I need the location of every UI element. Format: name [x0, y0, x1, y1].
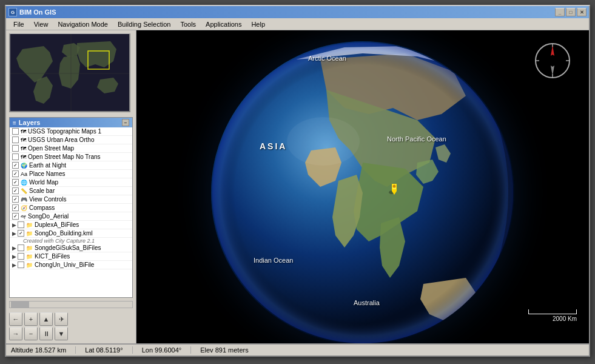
layer-osm[interactable]: 🗺 Open Street Map — [10, 144, 132, 153]
nav-controls: ← + ▲ ✈ → − ⏸ ▼ — [9, 312, 133, 340]
maximize-button[interactable]: □ — [566, 8, 576, 16]
menu-help[interactable]: Help — [246, 19, 270, 29]
layer-sub-city-capture: Created with City Capture 2.1 — [10, 238, 132, 244]
fly-to-button[interactable]: ✈ — [55, 312, 68, 326]
layers-title: Layers — [19, 119, 40, 126]
mini-map — [9, 33, 130, 112]
layers-minimize-button[interactable]: − — [122, 119, 129, 126]
globe-viewport[interactable]: Arctic Ocean ASIA North Pacific Ocean In… — [136, 30, 589, 343]
tilt-down-button[interactable]: ▼ — [55, 327, 68, 340]
pan-left-button[interactable]: ← — [9, 312, 22, 326]
zoom-in-button[interactable]: + — [24, 312, 38, 326]
layer-checkbox-scale-bar[interactable]: ✓ — [12, 187, 19, 194]
layer-checkbox-duplexA[interactable] — [18, 221, 24, 228]
menu-bar: File View Navigation Mode Building Selec… — [6, 18, 589, 30]
layer-checkbox-usgs-topo[interactable] — [12, 128, 19, 135]
zoom-out-button[interactable]: − — [24, 327, 38, 340]
pan-right-button[interactable]: → — [9, 327, 22, 340]
layers-header: ≡ Layers − — [10, 118, 132, 127]
layers-icon: ≡ — [13, 120, 16, 126]
layer-checkbox-chongun-univ[interactable] — [18, 261, 24, 268]
layer-usgs-urban[interactable]: 🗺 USGS Urban Area Ortho — [10, 136, 132, 144]
menu-file[interactable]: File — [8, 19, 29, 29]
window-title: BIM On GIS — [19, 8, 56, 16]
layer-usgs-topo[interactable]: 🗺 USGS Topographic Maps 1 — [10, 127, 132, 136]
layer-checkbox-earth-night[interactable]: ✓ — [12, 162, 19, 169]
status-lat: Lat 08.5119° — [85, 346, 133, 354]
nav-row-1: ← + ▲ ✈ — [9, 312, 68, 326]
layer-place-names[interactable]: ✓ Aa Place Names — [10, 170, 132, 178]
left-panel: ≡ Layers − 🗺 USGS Topographic Maps 1 🗺 U… — [6, 30, 136, 343]
layer-scale-bar[interactable]: ✓ 📏 Scale bar — [10, 187, 132, 195]
menu-tools[interactable]: Tools — [175, 19, 201, 29]
scale-bar-line — [528, 309, 577, 314]
layer-checkbox-songdo-building[interactable]: ✓ — [18, 230, 24, 237]
svg-point-6 — [212, 42, 513, 343]
app-window: G BIM On GIS _ □ ✕ File View Navigation … — [5, 5, 590, 357]
menu-view[interactable]: View — [29, 19, 53, 29]
status-bar: Altitude 18.527 km Lat 08.5119° Lon 99.6… — [6, 343, 589, 356]
globe[interactable]: Arctic Ocean ASIA North Pacific Ocean In… — [211, 41, 514, 343]
layer-checkbox-usgs-urban[interactable] — [12, 136, 19, 143]
menu-navigation-mode[interactable]: Navigation Mode — [53, 19, 113, 29]
layer-checkbox-view-controls[interactable]: ✓ — [12, 196, 19, 203]
layer-world-map[interactable]: ✓ 🌐 World Map — [10, 178, 132, 187]
app-icon: G — [8, 8, 17, 16]
close-button[interactable]: ✕ — [577, 8, 587, 16]
compass — [534, 42, 571, 79]
layer-checkbox-songde-gisuksa[interactable] — [18, 244, 24, 251]
nav-row-2: → − ⏸ ▼ — [9, 327, 68, 340]
layer-checkbox-kict[interactable] — [18, 253, 24, 260]
menu-applications[interactable]: Applications — [201, 19, 246, 29]
panel-scrollbar[interactable] — [9, 301, 133, 308]
layer-duplexA[interactable]: ▶ 📁 DuplexA_BiFiles — [10, 221, 132, 229]
layer-songdo-aerial[interactable]: ✓ 🛩 SongDo_Aerial — [10, 212, 132, 221]
layer-checkbox-compass[interactable]: ✓ — [12, 204, 19, 211]
layer-songde-gisuksa[interactable]: ▶ 📁 SongdeGiSukSa_BiFiles — [10, 244, 132, 252]
layer-checkbox-place-names[interactable]: ✓ — [12, 170, 19, 177]
pause-button[interactable]: ⏸ — [39, 327, 53, 340]
status-lon: Lon 99.6004° — [142, 346, 192, 354]
svg-point-7 — [287, 117, 360, 166]
menu-building-selection[interactable]: Building Selection — [113, 19, 175, 29]
layer-compass[interactable]: ✓ 🧭 Compass — [10, 204, 132, 212]
scale-bar: 2000 Km — [528, 309, 577, 322]
status-elev: Elev 891 meters — [200, 346, 257, 354]
main-content: ≡ Layers − 🗺 USGS Topographic Maps 1 🗺 U… — [6, 30, 589, 343]
layer-kict[interactable]: ▶ 📁 KICT_BiFiles — [10, 252, 132, 261]
tilt-up-button[interactable]: ▲ — [39, 312, 53, 326]
layer-checkbox-osm-notrans[interactable] — [12, 153, 19, 160]
layers-panel: ≡ Layers − 🗺 USGS Topographic Maps 1 🗺 U… — [9, 117, 133, 298]
layer-earth-night[interactable]: ✓ 🌍 Earth at Night — [10, 161, 132, 170]
layer-songdo-building[interactable]: ▶ ✓ 📁 SongDo_Building.kml — [10, 229, 132, 238]
title-controls: _ □ ✕ — [555, 8, 587, 16]
layer-view-controls[interactable]: ✓ 🎮 View Controls — [10, 195, 132, 204]
layer-checkbox-songdo-aerial[interactable]: ✓ — [12, 213, 19, 220]
title-bar: G BIM On GIS _ □ ✕ — [6, 6, 589, 18]
layer-checkbox-world-map[interactable]: ✓ — [12, 179, 19, 186]
layer-osm-notrans[interactable]: 🗺 Open Street Map No Trans — [10, 153, 132, 161]
svg-point-10 — [393, 185, 396, 188]
status-altitude: Altitude 18.527 km — [11, 346, 76, 354]
layer-chongun-univ[interactable]: ▶ 📁 ChongUn_Univ_BiFile — [10, 261, 132, 269]
minimize-button[interactable]: _ — [555, 8, 565, 16]
globe-container: Arctic Ocean ASIA North Pacific Ocean In… — [211, 41, 514, 343]
scale-bar-label: 2000 Km — [553, 315, 577, 322]
layer-checkbox-osm[interactable] — [12, 145, 19, 152]
